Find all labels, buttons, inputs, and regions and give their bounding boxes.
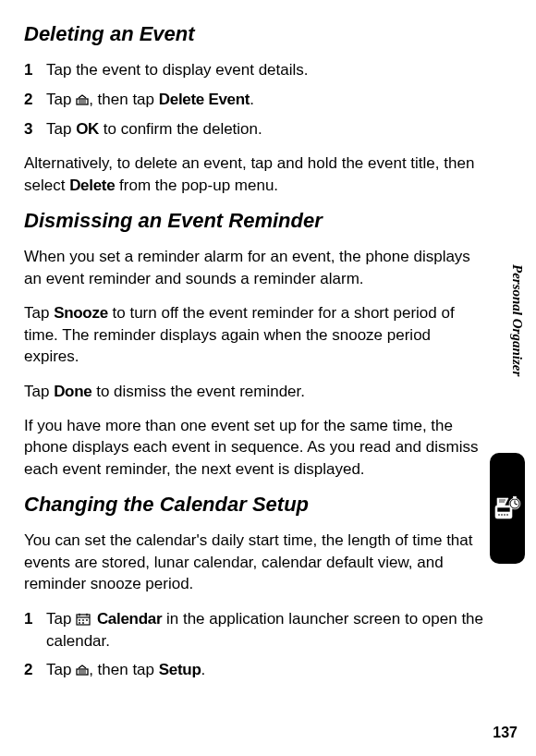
- cmd-setup: Setup: [159, 661, 201, 678]
- manual-page: Deleting an Event 1 Tap the event to dis…: [0, 0, 536, 756]
- svg-point-9: [86, 619, 88, 621]
- calendar-app-icon: [76, 613, 91, 626]
- step-text: Tap , then tap Setup.: [46, 659, 484, 681]
- step-number: 3: [24, 118, 46, 140]
- text-fragment: , then tap: [89, 91, 159, 108]
- para-done: Tap Done to dismiss the event reminder.: [24, 381, 484, 402]
- cmd-delete-event: Delete Event: [159, 91, 250, 108]
- text-fragment: .: [250, 91, 254, 108]
- para-dismiss-intro: When you set a reminder alarm for an eve…: [24, 246, 484, 289]
- svg-rect-19: [504, 514, 506, 516]
- step-number: 2: [24, 659, 46, 681]
- svg-rect-27: [514, 496, 517, 498]
- text-fragment: Tap: [46, 120, 76, 138]
- cmd-snooze: Snooze: [54, 304, 108, 322]
- heading-changing-setup: Changing the Calendar Setup: [24, 493, 484, 517]
- text-fragment: from the pop-up menu.: [115, 177, 278, 194]
- step-2: 2 Tap , then tap Delete Event.: [24, 89, 484, 111]
- step-1: 1 Tap the event to display event details…: [24, 59, 484, 81]
- svg-rect-12: [77, 669, 88, 675]
- svg-rect-16: [497, 507, 510, 512]
- text-fragment: .: [201, 661, 206, 678]
- para-snooze: Tap Snooze to turn off the event reminde…: [24, 302, 484, 367]
- step-text: Tap the event to display event details.: [46, 59, 484, 81]
- para-setup-intro: You can set the calendar's daily start t…: [24, 530, 484, 594]
- organizer-icon: [492, 493, 523, 524]
- cmd-ok: OK: [76, 120, 99, 138]
- section-tab-label: Personal Organizer: [490, 264, 525, 376]
- page-number: 137: [493, 725, 518, 741]
- cmd-done: Done: [54, 383, 91, 400]
- svg-rect-17: [498, 514, 500, 516]
- text-fragment: to confirm the deletion.: [99, 120, 262, 138]
- cmd-calendar: Calendar: [97, 610, 162, 628]
- menu-icon: [76, 665, 89, 676]
- step-number: 1: [24, 59, 46, 81]
- step-text: Tap Calendar in the application launcher…: [46, 608, 484, 652]
- step-1: 1 Tap Calendar in the application launch…: [24, 608, 484, 652]
- para-alt-delete: Alternatively, to delete an event, tap a…: [24, 152, 484, 196]
- step-text: Tap , then tap Delete Event.: [46, 89, 484, 111]
- step-2: 2 Tap , then tap Setup.: [24, 659, 484, 681]
- para-multi-event: If you have more than one event set up f…: [24, 415, 484, 480]
- step-number: 2: [24, 89, 46, 111]
- menu-icon: [76, 94, 89, 105]
- text-fragment: Tap: [46, 661, 76, 678]
- text-fragment: Tap: [24, 304, 54, 322]
- svg-point-8: [82, 619, 84, 621]
- heading-dismissing-reminder: Dismissing an Event Reminder: [24, 209, 484, 233]
- svg-point-11: [82, 622, 84, 624]
- text-fragment: Tap: [46, 610, 76, 628]
- text-fragment: Tap: [24, 383, 54, 400]
- text-fragment: to dismiss the event reminder.: [91, 383, 305, 400]
- svg-point-10: [79, 622, 80, 624]
- svg-point-7: [79, 619, 80, 621]
- heading-deleting-event: Deleting an Event: [24, 22, 484, 46]
- step-text: Tap OK to confirm the deletion.: [46, 118, 484, 140]
- section-tab-icon-box: [490, 453, 525, 564]
- cmd-delete: Delete: [69, 177, 115, 194]
- step-number: 1: [24, 608, 46, 652]
- steps-changing: 1 Tap Calendar in the application launch…: [24, 608, 484, 681]
- text-fragment: , then tap: [89, 661, 159, 678]
- svg-rect-0: [77, 99, 88, 104]
- text-fragment: Tap: [46, 91, 76, 108]
- svg-rect-20: [506, 514, 508, 516]
- step-3: 3 Tap OK to confirm the deletion.: [24, 118, 484, 140]
- steps-deleting: 1 Tap the event to display event details…: [24, 59, 484, 140]
- svg-rect-18: [501, 514, 503, 516]
